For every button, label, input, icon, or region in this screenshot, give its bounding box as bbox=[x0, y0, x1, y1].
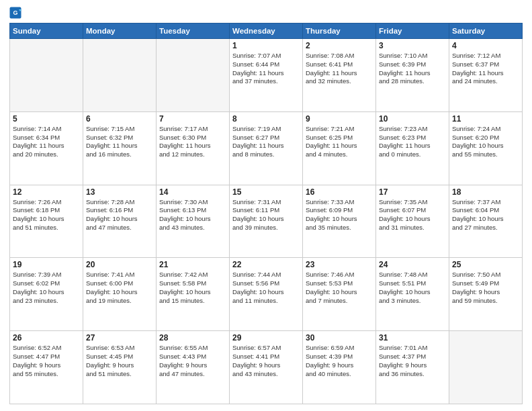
cell-line: Daylight: 9 hours bbox=[13, 361, 80, 370]
cell-line: Daylight: 11 hours bbox=[159, 142, 226, 150]
cell-line: Sunrise: 7:01 AM bbox=[379, 344, 446, 353]
day-number: 18 bbox=[452, 187, 519, 197]
cell-line: Daylight: 10 hours bbox=[13, 288, 80, 297]
calendar-cell: 25Sunrise: 7:50 AMSunset: 5:49 PMDayligh… bbox=[449, 258, 523, 331]
cell-line: Sunrise: 7:33 AM bbox=[306, 198, 373, 207]
day-number: 25 bbox=[452, 260, 519, 269]
calendar-cell: 12Sunrise: 7:26 AMSunset: 6:18 PMDayligh… bbox=[10, 185, 83, 258]
logo-icon: G bbox=[9, 7, 21, 19]
cell-line: Daylight: 10 hours bbox=[86, 288, 153, 297]
cell-line: and 47 minutes. bbox=[159, 370, 226, 379]
cell-line: and 3 minutes. bbox=[379, 297, 446, 306]
day-number: 31 bbox=[379, 333, 446, 342]
header: G bbox=[9, 7, 523, 19]
cell-line: Daylight: 9 hours bbox=[86, 361, 153, 370]
cell-line: Sunrise: 6:59 AM bbox=[306, 344, 373, 353]
cell-line: Sunrise: 6:55 AM bbox=[159, 344, 226, 353]
cell-line: and 32 minutes. bbox=[306, 77, 373, 86]
calendar-week-row: 1Sunrise: 7:07 AMSunset: 6:44 PMDaylight… bbox=[10, 39, 523, 112]
day-number: 3 bbox=[379, 41, 446, 50]
cell-line: Sunrise: 7:24 AM bbox=[452, 125, 519, 134]
cell-line: Daylight: 10 hours bbox=[452, 215, 519, 224]
cell-line: Sunset: 6:37 PM bbox=[452, 60, 519, 69]
cell-line: and 4 minutes. bbox=[306, 150, 373, 159]
cell-line: and 7 minutes. bbox=[306, 297, 373, 306]
cell-line: Sunrise: 7:28 AM bbox=[86, 198, 153, 207]
calendar-cell: 19Sunrise: 7:39 AMSunset: 6:02 PMDayligh… bbox=[10, 258, 83, 331]
calendar-cell: 6Sunrise: 7:15 AMSunset: 6:32 PMDaylight… bbox=[83, 111, 157, 185]
calendar-cell: 22Sunrise: 7:44 AMSunset: 5:56 PMDayligh… bbox=[230, 258, 303, 331]
calendar-week-row: 12Sunrise: 7:26 AMSunset: 6:18 PMDayligh… bbox=[10, 185, 523, 258]
calendar-cell: 20Sunrise: 7:41 AMSunset: 6:00 PMDayligh… bbox=[83, 258, 157, 331]
cell-line: Sunset: 6:09 PM bbox=[306, 206, 373, 215]
cell-line: and 11 minutes. bbox=[232, 297, 300, 306]
cell-line: Sunset: 6:41 PM bbox=[306, 60, 373, 69]
calendar-cell bbox=[10, 39, 83, 112]
cell-line: Sunset: 4:43 PM bbox=[159, 353, 226, 361]
cell-line: Sunrise: 7:39 AM bbox=[13, 271, 80, 279]
day-number: 29 bbox=[232, 333, 300, 342]
cell-line: Sunset: 6:11 PM bbox=[232, 206, 300, 215]
day-number: 23 bbox=[306, 260, 373, 269]
cell-line: Daylight: 10 hours bbox=[13, 215, 80, 224]
day-number: 20 bbox=[86, 260, 153, 269]
calendar-cell bbox=[449, 331, 523, 404]
cell-line: Sunset: 6:13 PM bbox=[159, 206, 226, 215]
cell-line: Sunrise: 7:31 AM bbox=[232, 198, 300, 207]
cell-line: Sunrise: 6:53 AM bbox=[86, 344, 153, 353]
cell-line: Sunset: 6:00 PM bbox=[86, 279, 153, 288]
cell-line: and 31 minutes. bbox=[379, 224, 446, 232]
cell-line: and 55 minutes. bbox=[452, 150, 519, 159]
calendar-cell: 17Sunrise: 7:35 AMSunset: 6:07 PMDayligh… bbox=[376, 185, 449, 258]
cell-line: and 51 minutes. bbox=[86, 370, 153, 379]
cell-line: and 15 minutes. bbox=[159, 297, 226, 306]
cell-line: Sunset: 4:47 PM bbox=[13, 353, 80, 361]
cell-line: Daylight: 11 hours bbox=[232, 69, 300, 78]
cell-line: Daylight: 10 hours bbox=[159, 288, 226, 297]
day-number: 4 bbox=[452, 41, 519, 50]
day-number: 2 bbox=[306, 41, 373, 50]
calendar-week-row: 26Sunrise: 6:52 AMSunset: 4:47 PMDayligh… bbox=[10, 331, 523, 404]
cell-line: Daylight: 11 hours bbox=[306, 142, 373, 150]
cell-line: and 24 minutes. bbox=[452, 77, 519, 86]
calendar-header-row: SundayMondayTuesdayWednesdayThursdayFrid… bbox=[10, 24, 523, 39]
cell-line: Daylight: 10 hours bbox=[452, 142, 519, 150]
calendar-cell: 31Sunrise: 7:01 AMSunset: 4:37 PMDayligh… bbox=[376, 331, 449, 404]
day-number: 8 bbox=[232, 114, 300, 124]
cell-line: Sunrise: 7:26 AM bbox=[13, 198, 80, 207]
cell-line: and 28 minutes. bbox=[379, 77, 446, 86]
cell-line: and 27 minutes. bbox=[452, 224, 519, 232]
day-number: 24 bbox=[379, 260, 446, 269]
day-number: 5 bbox=[13, 114, 80, 124]
calendar-cell: 10Sunrise: 7:23 AMSunset: 6:23 PMDayligh… bbox=[376, 111, 449, 185]
calendar-cell bbox=[157, 39, 230, 112]
cell-line: Sunrise: 7:30 AM bbox=[159, 198, 226, 207]
cell-line: Daylight: 9 hours bbox=[379, 361, 446, 370]
calendar-cell: 28Sunrise: 6:55 AMSunset: 4:43 PMDayligh… bbox=[157, 331, 230, 404]
cell-line: Sunrise: 7:21 AM bbox=[306, 125, 373, 134]
cell-line: Daylight: 10 hours bbox=[232, 288, 300, 297]
cell-line: and 0 minutes. bbox=[379, 150, 446, 159]
weekday-header-thursday: Thursday bbox=[303, 24, 376, 39]
day-number: 14 bbox=[159, 187, 226, 197]
calendar-cell: 16Sunrise: 7:33 AMSunset: 6:09 PMDayligh… bbox=[303, 185, 376, 258]
calendar-cell: 4Sunrise: 7:12 AMSunset: 6:37 PMDaylight… bbox=[449, 39, 523, 112]
cell-line: Daylight: 11 hours bbox=[86, 142, 153, 150]
calendar-table: SundayMondayTuesdayWednesdayThursdayFrid… bbox=[9, 23, 523, 404]
calendar-week-row: 19Sunrise: 7:39 AMSunset: 6:02 PMDayligh… bbox=[10, 258, 523, 331]
cell-line: Sunrise: 7:23 AM bbox=[379, 125, 446, 134]
day-number: 12 bbox=[13, 187, 80, 197]
cell-line: Daylight: 10 hours bbox=[86, 215, 153, 224]
day-number: 13 bbox=[86, 187, 153, 197]
cell-line: Daylight: 10 hours bbox=[306, 215, 373, 224]
cell-line: Sunset: 6:27 PM bbox=[232, 134, 300, 142]
cell-line: Daylight: 10 hours bbox=[159, 215, 226, 224]
cell-line: Sunset: 5:56 PM bbox=[232, 279, 300, 288]
cell-line: and 20 minutes. bbox=[13, 150, 80, 159]
calendar-cell: 3Sunrise: 7:10 AMSunset: 6:39 PMDaylight… bbox=[376, 39, 449, 112]
calendar-cell: 29Sunrise: 6:57 AMSunset: 4:41 PMDayligh… bbox=[230, 331, 303, 404]
cell-line: Sunset: 6:18 PM bbox=[13, 206, 80, 215]
cell-line: and 12 minutes. bbox=[159, 150, 226, 159]
calendar-cell: 9Sunrise: 7:21 AMSunset: 6:25 PMDaylight… bbox=[303, 111, 376, 185]
calendar-cell: 13Sunrise: 7:28 AMSunset: 6:16 PMDayligh… bbox=[83, 185, 157, 258]
